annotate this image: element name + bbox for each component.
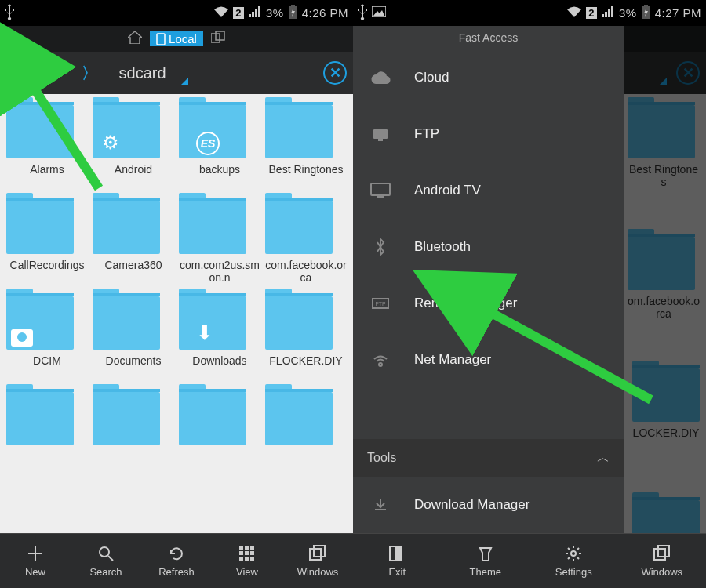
toolbar-exit[interactable]: Exit bbox=[353, 534, 442, 588]
cloud-icon bbox=[369, 66, 392, 89]
folder-item[interactable] bbox=[265, 389, 347, 481]
windows-icon bbox=[653, 544, 671, 563]
folder-item[interactable]: ⚙Android bbox=[93, 102, 174, 194]
folder-item[interactable]: Documents bbox=[93, 293, 174, 386]
toolbar-theme[interactable]: Theme bbox=[442, 534, 530, 588]
drawer-section-tools[interactable]: Tools ︿ bbox=[353, 439, 624, 477]
drawer-section-label: Tools bbox=[367, 451, 396, 465]
folder-item[interactable]: ESbackups bbox=[179, 102, 260, 194]
svg-line-6 bbox=[108, 556, 113, 561]
svg-rect-1 bbox=[291, 5, 295, 7]
folder-label: Best Ringtones bbox=[265, 163, 347, 194]
clock-text: 4:27 PM bbox=[655, 6, 701, 20]
home-icon[interactable] bbox=[128, 31, 142, 47]
ftp-icon bbox=[369, 122, 392, 146]
toolbar-search[interactable]: Search bbox=[71, 534, 141, 588]
svg-rect-24 bbox=[371, 183, 390, 195]
toolbar-label: Windows bbox=[297, 566, 339, 578]
toolbar-label: New bbox=[25, 566, 45, 578]
bottom-toolbar: NewSearchRefreshViewWindows bbox=[0, 533, 353, 588]
location-badge[interactable]: Local bbox=[150, 31, 203, 46]
download-icon bbox=[369, 493, 392, 517]
folder-icon bbox=[6, 392, 88, 445]
toolbar-label: View bbox=[236, 566, 258, 578]
folder-label: com.facebook.orca bbox=[265, 259, 347, 290]
path-current[interactable]: sdcard bbox=[97, 64, 188, 82]
svg-rect-23 bbox=[378, 139, 383, 141]
chevron-up-icon: ︿ bbox=[597, 450, 610, 466]
folder-item[interactable]: com.facebook.orca bbox=[265, 198, 347, 290]
folder-item[interactable]: CallRecordings bbox=[6, 198, 88, 290]
es-badge-icon: ES bbox=[196, 132, 220, 155]
folder-icon: ES bbox=[179, 105, 260, 158]
svg-rect-12 bbox=[250, 551, 254, 555]
wifi-icon bbox=[214, 6, 228, 20]
svg-rect-8 bbox=[245, 546, 249, 550]
folder-icon bbox=[179, 392, 260, 445]
folder-item[interactable] bbox=[6, 389, 88, 481]
battery-pct: 3% bbox=[619, 6, 637, 20]
close-tab-button[interactable]: ✕ bbox=[323, 61, 347, 85]
usb-icon bbox=[5, 4, 14, 22]
svg-rect-16 bbox=[310, 549, 321, 560]
folder-item[interactable]: FLOCKER.DIY bbox=[265, 293, 347, 386]
folder-item[interactable]: Best Ringtones bbox=[265, 102, 347, 194]
svg-rect-7 bbox=[239, 546, 243, 550]
toolbar-windows[interactable]: Windows bbox=[618, 534, 707, 588]
drawer-item-ftp[interactable]: FTP bbox=[353, 106, 624, 162]
folder-item[interactable] bbox=[179, 389, 260, 481]
folder-grid: Alarms⚙AndroidESbackupsBest RingtonesCal… bbox=[0, 94, 353, 481]
toolbar-refresh[interactable]: Refresh bbox=[141, 534, 212, 588]
svg-rect-22 bbox=[373, 129, 388, 139]
folder-icon bbox=[265, 296, 347, 350]
chevron-right-icon: 〉 bbox=[82, 63, 97, 84]
navigation-drawer: Fast Access CloudFTPAndroid TVBluetoothF… bbox=[353, 26, 624, 533]
folder-item[interactable]: com.com2us.smon.n bbox=[179, 198, 260, 290]
toolbar-label: Windows bbox=[641, 566, 682, 578]
bt-icon bbox=[369, 235, 392, 259]
theme-icon bbox=[477, 544, 494, 563]
windows-icon bbox=[309, 544, 326, 563]
svg-point-5 bbox=[100, 547, 109, 557]
sim-badge: 2 bbox=[233, 7, 244, 19]
drawer-header: Fast Access bbox=[353, 26, 624, 49]
folder-item[interactable]: Alarms bbox=[6, 102, 88, 194]
drawer-item-label: Remote Manager bbox=[414, 296, 517, 311]
tv-icon bbox=[369, 179, 392, 202]
right-screen: 2 3% 4:27 PM ✕ Best Ringtonesom.facebook… bbox=[353, 0, 706, 588]
folder-icon bbox=[6, 201, 88, 254]
drawer-item-remote-manager[interactable]: FTPRemote Manager bbox=[353, 275, 624, 332]
toolbar-label: Settings bbox=[555, 566, 592, 578]
toolbar-windows[interactable]: Windows bbox=[282, 534, 353, 588]
folder-icon bbox=[93, 392, 174, 445]
bottom-toolbar: ExitThemeSettingsWindows bbox=[353, 533, 706, 588]
wifi-icon bbox=[567, 6, 581, 20]
toolbar-label: Refresh bbox=[158, 566, 195, 578]
multi-window-icon[interactable] bbox=[211, 31, 225, 46]
drawer-item-android-tv[interactable]: Android TV bbox=[353, 162, 624, 219]
path-root[interactable]: / bbox=[33, 64, 82, 82]
drawer-list: CloudFTPAndroid TVBluetoothFTPRemote Man… bbox=[353, 49, 624, 439]
drawer-item-bluetooth[interactable]: Bluetooth bbox=[353, 219, 624, 275]
svg-rect-29 bbox=[395, 546, 401, 561]
drawer-item-net-manager[interactable]: Net Manager bbox=[353, 332, 624, 388]
folder-icon bbox=[265, 201, 347, 254]
toolbar-new[interactable]: New bbox=[0, 534, 71, 588]
folder-icon bbox=[6, 296, 88, 350]
path-breadcrumb[interactable]: / 〉 sdcard bbox=[33, 60, 323, 85]
folder-label: Downloads bbox=[179, 354, 260, 386]
status-bar: 2 3% 4:26 PM bbox=[0, 0, 353, 26]
toolbar-view[interactable]: View bbox=[212, 534, 282, 588]
folder-item[interactable] bbox=[93, 389, 174, 481]
hamburger-menu-button[interactable] bbox=[6, 60, 33, 86]
folder-label bbox=[93, 450, 174, 481]
folder-item[interactable]: ⬇Downloads bbox=[179, 293, 260, 386]
folder-item[interactable]: Camera360 bbox=[93, 198, 174, 290]
folder-label: CallRecordings bbox=[6, 259, 88, 290]
drawer-item-cloud[interactable]: Cloud bbox=[353, 49, 624, 106]
toolbar-settings[interactable]: Settings bbox=[530, 534, 618, 588]
drawer-item-download-manager[interactable]: Download Manager bbox=[353, 477, 624, 533]
svg-rect-11 bbox=[245, 551, 249, 555]
folder-label: Alarms bbox=[6, 163, 88, 194]
folder-item[interactable]: DCIM bbox=[6, 293, 88, 386]
